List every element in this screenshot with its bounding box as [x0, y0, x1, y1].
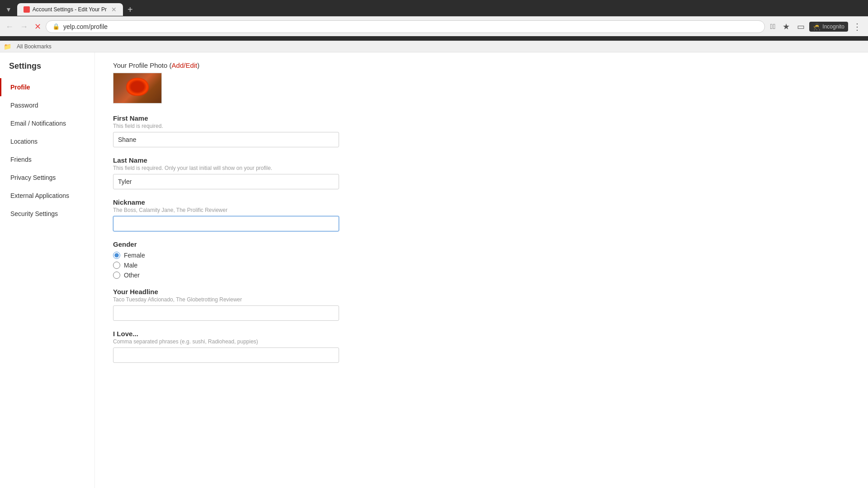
first-name-label: First Name [113, 114, 420, 122]
incognito-label: Incognito [822, 23, 844, 30]
incognito-icon: 🥷 [813, 23, 821, 30]
gender-label: Gender [113, 240, 420, 248]
tab-favicon [24, 6, 30, 13]
incognito-badge: 🥷 Incognito [809, 22, 848, 32]
gender-option-female[interactable]: Female [113, 252, 420, 259]
profile-photo-image[interactable] [113, 73, 162, 103]
headline-input[interactable] [113, 305, 339, 321]
first-name-hint: This field is required. [113, 123, 420, 129]
bookmarks-icon: 📁 [4, 43, 11, 50]
nickname-hint: The Boss, Calamity Jane, The Prolific Re… [113, 207, 420, 213]
last-name-hint: This field is required. Only your last i… [113, 165, 420, 171]
profile-photo-heading: Your Profile Photo [113, 61, 167, 69]
browser-tabs: ▼ Account Settings - Edit Your Pr ✕ + [0, 0, 868, 16]
browser-chrome: ▼ Account Settings - Edit Your Pr ✕ + ← … [0, 0, 868, 41]
sidebar-title: Settings [0, 61, 94, 78]
last-name-label: Last Name [113, 156, 420, 164]
hide-icon-button[interactable]: 👁̸ [768, 21, 778, 33]
gender-option-other[interactable]: Other [113, 272, 420, 279]
profile-photo-link[interactable]: Add/Edit [172, 61, 198, 69]
sidebar-item-email-notifications[interactable]: Email / Notifications [0, 114, 94, 132]
forward-button[interactable]: → [18, 21, 30, 33]
headline-hint: Taco Tuesday Aficionado, The Globetrotti… [113, 296, 420, 303]
gender-female-label: Female [124, 252, 145, 259]
nickname-label: Nickname [113, 198, 420, 206]
gender-radio-male[interactable] [113, 262, 120, 269]
sidebar-item-external-applications[interactable]: External Applications [0, 187, 94, 205]
headline-field-group: Your Headline Taco Tuesday Aficionado, T… [113, 288, 420, 321]
bookmarks-bar: 📁 All Bookmarks [0, 41, 868, 52]
first-name-field-group: First Name This field is required. [113, 114, 420, 147]
tab-navigation: ▼ [4, 5, 14, 14]
i-love-label: I Love... [113, 330, 420, 338]
headline-label: Your Headline [113, 288, 420, 296]
toolbar-actions: 👁̸ ★ ▭ 🥷 Incognito ⋮ [768, 19, 864, 34]
gender-male-label: Male [124, 262, 137, 269]
split-view-button[interactable]: ▭ [794, 20, 807, 33]
sidebar-item-profile[interactable]: Profile [0, 78, 94, 96]
address-bar[interactable]: 🔒 yelp.com/profile [46, 20, 765, 33]
active-tab[interactable]: Account Settings - Edit Your Pr ✕ [17, 3, 123, 16]
profile-photo-close-paren: ) [197, 61, 199, 69]
sidebar-item-password[interactable]: Password [0, 96, 94, 114]
gender-other-label: Other [124, 272, 140, 279]
nickname-field-group: Nickname The Boss, Calamity Jane, The Pr… [113, 198, 420, 231]
i-love-input[interactable] [113, 347, 339, 363]
reload-button[interactable]: ✕ [33, 21, 43, 33]
nickname-input[interactable] [113, 216, 339, 231]
sidebar-item-locations[interactable]: Locations [0, 132, 94, 150]
all-bookmarks-link[interactable]: All Bookmarks [13, 42, 55, 51]
browser-toolbar: ← → ✕ 🔒 yelp.com/profile 👁̸ ★ ▭ 🥷 Incogn… [0, 16, 868, 36]
i-love-hint: Comma separated phrases (e.g. sushi, Rad… [113, 338, 420, 345]
tab-close-button[interactable]: ✕ [111, 6, 117, 13]
sidebar-item-privacy-settings[interactable]: Privacy Settings [0, 169, 94, 187]
tab-group-arrow[interactable]: ▼ [4, 5, 14, 14]
last-name-input[interactable] [113, 174, 339, 189]
gender-option-male[interactable]: Male [113, 262, 420, 269]
tab-title: Account Settings - Edit Your Pr [33, 6, 107, 13]
back-button[interactable]: ← [4, 21, 15, 33]
photo-placeholder [113, 73, 161, 103]
page-content: Settings Profile Password Email / Notifi… [0, 52, 868, 488]
sidebar: Settings Profile Password Email / Notifi… [0, 52, 95, 488]
last-name-field-group: Last Name This field is required. Only y… [113, 156, 420, 189]
new-tab-button[interactable]: + [125, 5, 136, 15]
url-text: yelp.com/profile [63, 23, 108, 30]
gender-radio-female[interactable] [113, 252, 120, 259]
gender-field-group: Gender Female Male Other [113, 240, 420, 279]
sidebar-item-security-settings[interactable]: Security Settings [0, 205, 94, 223]
browser-menu-button[interactable]: ⋮ [850, 19, 864, 34]
i-love-field-group: I Love... Comma separated phrases (e.g. … [113, 330, 420, 363]
security-icon: 🔒 [52, 23, 60, 30]
gender-radio-other[interactable] [113, 272, 120, 279]
bookmark-star-button[interactable]: ★ [780, 20, 793, 33]
first-name-input[interactable] [113, 132, 339, 147]
profile-photo-section: Your Profile Photo (Add/Edit) [113, 61, 420, 103]
profile-photo-label: Your Profile Photo (Add/Edit) [113, 61, 420, 69]
main-content: Your Profile Photo (Add/Edit) First Name… [95, 52, 439, 488]
sidebar-item-friends[interactable]: Friends [0, 150, 94, 169]
